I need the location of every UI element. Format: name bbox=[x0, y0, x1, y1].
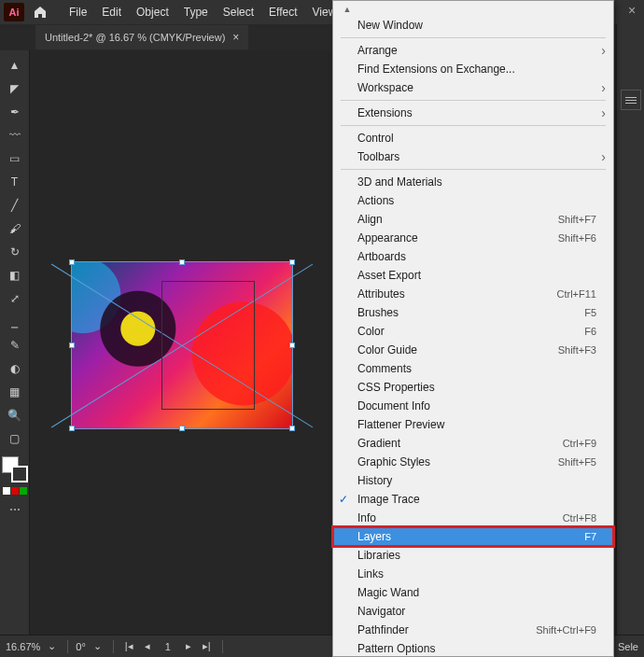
mini-swatch[interactable] bbox=[20, 487, 27, 495]
menu-item-arrange[interactable]: Arrange bbox=[333, 41, 613, 60]
edit-toolbar-icon[interactable]: ⋯ bbox=[9, 503, 21, 516]
document-tab[interactable]: Untitled-2* @ 16.67 % (CMYK/Preview) × bbox=[35, 25, 248, 49]
close-icon[interactable]: × bbox=[623, 2, 640, 19]
last-artboard-icon[interactable]: ▸| bbox=[199, 640, 215, 652]
direct-selection-tool[interactable]: ◤ bbox=[2, 77, 28, 100]
menu-item-label: Toolbars bbox=[357, 150, 399, 163]
eyedropper-tool[interactable]: ✎ bbox=[2, 334, 28, 356]
menu-item-align[interactable]: AlignShift+F7 bbox=[333, 210, 613, 229]
menu-item-magic-wand[interactable]: Magic Wand bbox=[333, 583, 613, 602]
artboard-tool-icon: ▢ bbox=[9, 432, 20, 445]
menu-item-artboards[interactable]: Artboards bbox=[333, 247, 613, 266]
menu-item-extensions[interactable]: Extensions bbox=[333, 104, 613, 122]
menu-separator bbox=[341, 100, 606, 101]
handle-bl[interactable] bbox=[69, 426, 75, 431]
handle-tc[interactable] bbox=[179, 259, 185, 265]
menu-item-label: Asset Export bbox=[357, 269, 421, 282]
handle-ml[interactable] bbox=[69, 342, 75, 348]
menu-type[interactable]: Type bbox=[176, 2, 216, 22]
menu-item-appearance[interactable]: AppearanceShift+F6 bbox=[333, 229, 613, 247]
menu-item-info[interactable]: InfoCtrl+F8 bbox=[333, 509, 613, 527]
type-tool[interactable]: T bbox=[2, 171, 28, 193]
zoom-tool[interactable]: 🔍 bbox=[2, 404, 28, 426]
menu-object[interactable]: Object bbox=[129, 2, 176, 22]
menu-item-workspace[interactable]: Workspace bbox=[333, 78, 613, 97]
menu-effect[interactable]: Effect bbox=[261, 2, 304, 22]
panel-menu-icon[interactable] bbox=[621, 90, 641, 110]
next-artboard-icon[interactable]: ▸ bbox=[182, 640, 195, 652]
menu-item-pathfinder[interactable]: PathfinderShift+Ctrl+F9 bbox=[333, 621, 613, 639]
menu-item-control[interactable]: Control bbox=[333, 129, 613, 147]
menu-item-gradient[interactable]: GradientCtrl+F9 bbox=[333, 434, 613, 453]
window-menu-dropdown: ▲ New WindowArrangeFind Extensions on Ex… bbox=[332, 0, 614, 657]
menu-item-layers[interactable]: LayersF7 bbox=[333, 527, 613, 546]
eraser-tool[interactable]: ◧ bbox=[2, 264, 28, 287]
menu-item-color-guide[interactable]: Color GuideShift+F3 bbox=[333, 341, 613, 359]
menu-item-new-window[interactable]: New Window bbox=[333, 16, 613, 35]
first-artboard-icon[interactable]: |◂ bbox=[121, 640, 137, 652]
curvature-tool[interactable]: 〰 bbox=[2, 124, 28, 147]
menu-item-shortcut: Shift+Ctrl+F9 bbox=[536, 623, 596, 636]
menu-item-libraries[interactable]: Libraries bbox=[333, 546, 613, 565]
rectangle-tool[interactable]: ▭ bbox=[2, 147, 28, 170]
menu-item-actions[interactable]: Actions bbox=[333, 191, 613, 210]
menu-item-label: History bbox=[357, 474, 392, 487]
menu-item-brushes[interactable]: BrushesF5 bbox=[333, 303, 613, 322]
rotate-tool[interactable]: ↻ bbox=[2, 241, 28, 263]
menu-item-document-info[interactable]: Document Info bbox=[333, 397, 613, 415]
scale-tool[interactable]: ⤢ bbox=[2, 287, 28, 310]
menu-item-navigator[interactable]: Navigator bbox=[333, 602, 613, 621]
menu-item-pattern-options[interactable]: Pattern Options bbox=[333, 639, 613, 657]
artboard-number[interactable]: 1 bbox=[158, 641, 178, 652]
zoom-dropdown-icon[interactable]: ⌄ bbox=[44, 640, 60, 652]
handle-tl[interactable] bbox=[69, 259, 75, 265]
app-logo: Ai bbox=[4, 3, 24, 21]
selected-artwork[interactable] bbox=[71, 261, 293, 429]
rotate-value[interactable]: 0° bbox=[76, 641, 86, 652]
menu-file[interactable]: File bbox=[62, 2, 94, 22]
menu-item-label: Libraries bbox=[357, 549, 400, 562]
paintbrush-tool[interactable]: 🖌 bbox=[2, 217, 28, 240]
handle-bc[interactable] bbox=[179, 426, 185, 431]
mini-swatch[interactable] bbox=[3, 487, 10, 495]
menu-item-history[interactable]: History bbox=[333, 471, 613, 490]
menu-item-graphic-styles[interactable]: Graphic StylesShift+F5 bbox=[333, 453, 613, 471]
menu-scroll-up-icon[interactable]: ▲ bbox=[341, 5, 354, 14]
menu-select[interactable]: Select bbox=[216, 2, 261, 22]
tab-close-icon[interactable]: × bbox=[232, 31, 239, 44]
menu-item-toolbars[interactable]: Toolbars bbox=[333, 147, 613, 166]
menu-item-find-extensions-on-exchange[interactable]: Find Extensions on Exchange... bbox=[333, 60, 613, 78]
menu-item-label: Comments bbox=[357, 362, 412, 375]
fill-stroke-swatch[interactable] bbox=[2, 456, 28, 482]
pen-tool[interactable]: ✒ bbox=[2, 101, 28, 123]
width-tool[interactable]: ⎯ bbox=[2, 311, 28, 333]
menu-item-attributes[interactable]: AttributesCtrl+F11 bbox=[333, 285, 613, 303]
menu-item-links[interactable]: Links bbox=[333, 565, 613, 583]
prev-artboard-icon[interactable]: ◂ bbox=[141, 640, 154, 652]
home-icon[interactable] bbox=[30, 2, 50, 22]
color-mode-row bbox=[3, 487, 27, 495]
zoom-level[interactable]: 16.67% bbox=[6, 641, 40, 652]
artboard-tool[interactable]: ▢ bbox=[2, 427, 28, 450]
menu-item-color[interactable]: ColorF6 bbox=[333, 322, 613, 341]
line-tool[interactable]: ╱ bbox=[2, 194, 28, 217]
mesh-tool[interactable]: ▦ bbox=[2, 381, 28, 403]
menu-item-comments[interactable]: Comments bbox=[333, 359, 613, 378]
handle-br[interactable] bbox=[289, 426, 295, 431]
gradient-tool[interactable]: ◐ bbox=[2, 357, 28, 380]
menu-item-flattener-preview[interactable]: Flattener Preview bbox=[333, 415, 613, 434]
mini-swatch[interactable] bbox=[11, 487, 19, 495]
menu-item-asset-export[interactable]: Asset Export bbox=[333, 266, 613, 285]
menu-item-image-trace[interactable]: ✓Image Trace bbox=[333, 490, 613, 509]
inner-crop-rect[interactable] bbox=[161, 281, 255, 410]
menu-item-css-properties[interactable]: CSS Properties bbox=[333, 378, 613, 397]
menu-item-3d-and-materials[interactable]: 3D and Materials bbox=[333, 173, 613, 191]
menu-separator bbox=[341, 37, 606, 38]
menu-item-label: Navigator bbox=[357, 605, 405, 618]
selection-tool[interactable]: ▲ bbox=[2, 54, 28, 77]
handle-mr[interactable] bbox=[289, 342, 295, 348]
rotate-dropdown-icon[interactable]: ⌄ bbox=[90, 640, 105, 652]
menu-edit[interactable]: Edit bbox=[94, 2, 129, 22]
handle-tr[interactable] bbox=[289, 259, 295, 265]
stroke-swatch[interactable] bbox=[11, 466, 28, 482]
